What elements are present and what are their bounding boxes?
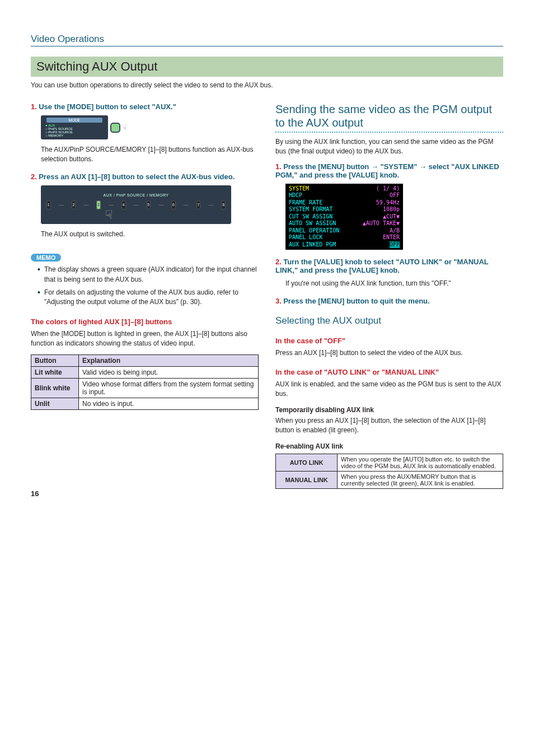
r-step1-mid: "SYSTEM" <box>378 162 419 171</box>
row-blink-white-key: Blink white <box>31 378 79 398</box>
th-explanation: Explanation <box>79 354 259 366</box>
r-step1-num: 1. <box>275 162 282 171</box>
arrow-icon: → <box>371 162 378 171</box>
menu-v-2: 1080p <box>383 206 400 213</box>
menu-k-3: CUT SW ASSIGN <box>289 213 332 220</box>
right-heading: Sending the same video as the PGM output… <box>275 102 503 129</box>
mode-panel-illustration: MODE ● AUX ○ PinP1 SOURCE ○ PinP2 SOURCE… <box>41 115 259 139</box>
case-auto-heading: In the case of "AUTO LINK" or "MANUAL LI… <box>275 368 503 376</box>
finger-icon: ☟ <box>105 208 113 222</box>
aux-btn-8: 8 <box>221 200 226 209</box>
aux-btn-2: 2 <box>72 200 76 209</box>
r-step3-text: Press the [MENU] button to quit the menu… <box>283 297 429 305</box>
menu-v-1: 59.94Hz <box>376 199 400 207</box>
r-step1-pre: Press the [MENU] button <box>283 162 371 171</box>
mode-item-memory-label: MEMORY <box>48 134 63 137</box>
mode-button-icon <box>111 124 119 132</box>
menu-k-2: SYSTEM FORMAT <box>289 206 332 212</box>
right-step-1: 1. Press the [MENU] button → "SYSTEM" → … <box>275 162 503 179</box>
page-number: 16 <box>31 489 39 498</box>
mode-label: MODE <box>46 118 102 123</box>
th-button: Button <box>31 354 79 366</box>
menu-v-3: ▲CUT▼ <box>383 213 400 221</box>
menu-v-4: ▲AUTO TAKE▼ <box>363 220 400 227</box>
memo-list: The display shows a green square (AUX in… <box>38 265 259 307</box>
step-1-number: 1. <box>31 102 37 111</box>
link-table: AUTO LINK When you operate the [AUTO] bu… <box>275 454 503 489</box>
colors-heading: The colors of lighted AUX [1]–[8] button… <box>31 318 259 326</box>
temp-disable-body: When you press an AUX [1]–[8] button, th… <box>275 416 503 436</box>
aux-panel-illustration: AUX / PinP SOURCE / MEMORY 1— 2— 3— 4— 5… <box>41 185 231 224</box>
r-step3-num: 3. <box>275 297 282 305</box>
right-column: Sending the same video as the PGM output… <box>275 102 503 489</box>
step-2-text: Press an AUX [1]–[8] button to select th… <box>39 172 235 181</box>
menu-k-6: PANEL LOCK <box>289 234 322 240</box>
case-off-body: Press an AUX [1]–[8] button to select th… <box>275 348 503 358</box>
menu-v-0: OFF <box>390 192 400 199</box>
row-lit-white-key: Lit white <box>31 366 79 378</box>
aux-btn-6: 6 <box>171 200 176 209</box>
row-lit-white-val: Valid video is being input. <box>79 366 259 378</box>
re-enable-heading: Re-enabling AUX link <box>275 442 503 450</box>
aux-caption: AUX / PinP SOURCE / MEMORY <box>46 193 226 197</box>
menu-k-4: AUTO SW ASSIGN <box>289 220 336 226</box>
menu-k-7: AUX LINKED PGM <box>289 241 336 248</box>
case-auto-body: AUX link is enabled, and the same video … <box>275 380 503 399</box>
left-column: 1. Use the [MODE] button to select "AUX.… <box>31 102 259 489</box>
main-title: Switching AUX Output <box>31 57 503 77</box>
selecting-aux-heading: Selecting the AUX output <box>275 315 503 326</box>
colors-body: When the [MODE] button is lighted in gre… <box>31 329 259 349</box>
section-header: Video Operations <box>31 34 503 46</box>
button-status-table: Button Explanation Lit white Valid video… <box>31 354 259 410</box>
link-autolink-key: AUTO LINK <box>276 454 338 471</box>
right-step-2: 2. Turn the [VALUE] knob to select "AUTO… <box>275 258 503 274</box>
link-manuallink-key: MANUAL LINK <box>276 471 338 488</box>
step-1: 1. Use the [MODE] button to select "AUX.… <box>31 102 259 111</box>
link-autolink-val: When you operate the [AUTO] button etc. … <box>338 454 503 471</box>
system-menu-screenshot: SYSTEM( 1/ 4) HDCPOFF FRAME RATE59.94Hz … <box>285 184 403 250</box>
memo-badge: MEMO <box>31 254 61 262</box>
menu-k-1: FRAME RATE <box>289 199 322 206</box>
temp-disable-heading: Temporarily disabling AUX link <box>275 406 503 414</box>
menu-k-5: PANEL OPERATION <box>289 227 339 234</box>
r-step2-text: Turn the [VALUE] knob to select "AUTO LI… <box>275 258 489 274</box>
step-2-body: The AUX output is switched. <box>41 230 259 239</box>
aux-btn-3: 3 <box>96 200 101 209</box>
row-unlit-val: No video is input. <box>79 398 259 409</box>
r-step1-text: Press the [MENU] button → "SYSTEM" → sel… <box>275 162 499 179</box>
memo-item-2: For details on adjusting the volume of t… <box>38 288 259 307</box>
step-2-number: 2. <box>31 172 37 181</box>
aux-btn-4: 4 <box>121 200 126 209</box>
menu-v-6: ENTER <box>383 234 400 241</box>
r-step2-body: If you're not using the AUX link functio… <box>285 279 503 288</box>
r-step2-num: 2. <box>275 258 282 266</box>
arrow-icon: → <box>419 162 427 171</box>
row-blink-white-val: Video whose format differs from the syst… <box>79 378 259 398</box>
mode-item-memory: ○ MEMORY <box>41 134 108 137</box>
right-intro: By using the AUX link function, you can … <box>275 137 503 157</box>
dotted-rule <box>275 132 503 133</box>
intro-text: You can use button operations to directl… <box>31 81 503 89</box>
finger-icon: ☟ <box>123 124 127 132</box>
case-off-heading: In the case of "OFF" <box>275 337 503 345</box>
menu-v-5: A/B <box>390 227 400 235</box>
step-1-text: Use the [MODE] button to select "AUX." <box>39 102 176 111</box>
step-2: 2. Press an AUX [1]–[8] button to select… <box>31 172 259 181</box>
aux-btn-5: 5 <box>147 200 151 209</box>
right-step-3: 3. Press the [MENU] button to quit the m… <box>275 297 503 305</box>
menu-v-7: OFF <box>390 241 400 249</box>
step-1-body: The AUX/PinP SOURCE/MEMORY [1]–[8] butto… <box>41 145 259 165</box>
link-manuallink-val: When you press the AUX/MEMORY button tha… <box>338 471 503 488</box>
memo-item-1: The display shows a green square (AUX in… <box>38 265 259 284</box>
menu-page: ( 1/ 4) <box>376 185 400 193</box>
menu-k-0: HDCP <box>289 192 302 198</box>
row-unlit-key: Unlit <box>31 398 79 409</box>
aux-btn-7: 7 <box>196 200 201 209</box>
aux-btn-1: 1 <box>46 200 51 209</box>
menu-title: SYSTEM <box>289 185 309 192</box>
